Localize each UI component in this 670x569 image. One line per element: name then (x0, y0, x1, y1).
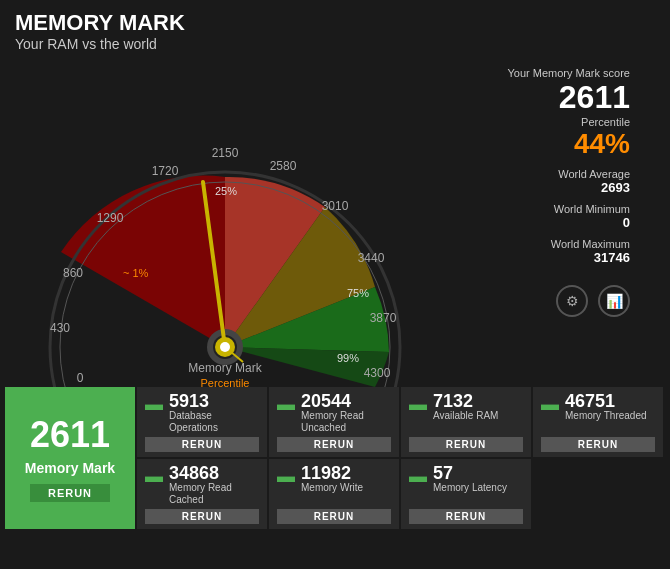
tile-label-6: Memory Latency (433, 482, 507, 494)
svg-text:1290: 1290 (97, 211, 124, 225)
page-subtitle: Your RAM vs the world (15, 36, 655, 52)
svg-text:Memory Mark: Memory Mark (188, 361, 262, 375)
tile-score-3: 46751 (565, 392, 647, 410)
tile-small-3: ▬ 46751 Memory Threaded RERUN (533, 387, 663, 457)
tile-icon-2: ▬ (409, 394, 427, 415)
tile-icon-0: ▬ (145, 394, 163, 415)
svg-point-7 (220, 342, 230, 352)
svg-text:3870: 3870 (370, 311, 397, 325)
svg-text:3440: 3440 (358, 251, 385, 265)
tile-small-6: ▬ 57 Memory Latency RERUN (401, 459, 531, 529)
tile-label-0: Database Operations (169, 410, 259, 434)
svg-text:~ 1%: ~ 1% (123, 267, 149, 279)
svg-text:1720: 1720 (152, 164, 179, 178)
world-min-label: World Minimum (460, 203, 630, 215)
tile-rerun-button-2[interactable]: RERUN (409, 437, 523, 452)
main-content: 0 430 860 1290 1720 2150 2580 3010 3440 … (0, 57, 670, 387)
main-score-label: Memory Mark (25, 460, 115, 476)
tile-score-4: 34868 (169, 464, 259, 482)
bottom-tiles: 2611 Memory Mark RERUN ▬ 5913 Database O… (5, 387, 665, 529)
tile-rerun-button-5[interactable]: RERUN (277, 509, 391, 524)
world-min-value: 0 (460, 215, 630, 230)
svg-text:3010: 3010 (322, 199, 349, 213)
tile-rerun-button-3[interactable]: RERUN (541, 437, 655, 452)
tile-small-2: ▬ 7132 Available RAM RERUN (401, 387, 531, 457)
graph-icon[interactable]: 📊 (598, 285, 630, 317)
main-rerun-button[interactable]: RERUN (30, 484, 110, 502)
tiles-grid: ▬ 5913 Database Operations RERUN ▬ 20544… (137, 387, 663, 529)
score-value: 2611 (460, 79, 630, 116)
svg-text:2150: 2150 (212, 146, 239, 160)
tile-small-5: ▬ 11982 Memory Write RERUN (269, 459, 399, 529)
tile-icon-4: ▬ (145, 466, 163, 487)
tile-rerun-button-4[interactable]: RERUN (145, 509, 259, 524)
svg-text:25%: 25% (215, 185, 237, 197)
tile-rerun-button-1[interactable]: RERUN (277, 437, 391, 452)
tile-score-0: 5913 (169, 392, 259, 410)
tile-score-5: 11982 (301, 464, 363, 482)
world-max-value: 31746 (460, 250, 630, 265)
tile-label-4: Memory Read Cached (169, 482, 259, 506)
tile-label-5: Memory Write (301, 482, 363, 494)
tile-label-2: Available RAM (433, 410, 498, 422)
tile-score-1: 20544 (301, 392, 391, 410)
tile-small-4: ▬ 34868 Memory Read Cached RERUN (137, 459, 267, 529)
tile-main-score: 2611 Memory Mark RERUN (5, 387, 135, 529)
tile-icon-3: ▬ (541, 394, 559, 415)
svg-text:75%: 75% (347, 287, 369, 299)
percentile-label: Percentile (460, 116, 630, 128)
main-score-value: 2611 (30, 414, 110, 456)
svg-text:2580: 2580 (270, 159, 297, 173)
svg-text:Percentile: Percentile (201, 377, 250, 387)
tile-icon-5: ▬ (277, 466, 295, 487)
page-header: MEMORY MARK Your RAM vs the world (0, 0, 670, 57)
tile-score-2: 7132 (433, 392, 498, 410)
svg-text:99%: 99% (337, 352, 359, 364)
world-max-label: World Maximum (460, 238, 630, 250)
tile-small-0: ▬ 5913 Database Operations RERUN (137, 387, 267, 457)
world-average-label: World Average (460, 168, 630, 180)
tile-rerun-button-6[interactable]: RERUN (409, 509, 523, 524)
tile-score-6: 57 (433, 464, 507, 482)
svg-text:860: 860 (63, 266, 83, 280)
tile-icon-6: ▬ (409, 466, 427, 487)
tile-small-1: ▬ 20544 Memory Read Uncached RERUN (269, 387, 399, 457)
world-average-value: 2693 (460, 180, 630, 195)
tile-rerun-button-0[interactable]: RERUN (145, 437, 259, 452)
svg-text:4300: 4300 (364, 366, 391, 380)
percentile-value: 44% (460, 128, 630, 160)
gauge-svg: 0 430 860 1290 1720 2150 2580 3010 3440 … (5, 57, 445, 387)
icons-row: ⚙ 📊 (460, 285, 630, 317)
svg-text:430: 430 (50, 321, 70, 335)
tile-label-3: Memory Threaded (565, 410, 647, 422)
tile-icon-1: ▬ (277, 394, 295, 415)
tile-label-1: Memory Read Uncached (301, 410, 391, 434)
score-label: Your Memory Mark score (460, 67, 630, 79)
page-title: MEMORY MARK (15, 10, 655, 36)
gauge-area: 0 430 860 1290 1720 2150 2580 3010 3440 … (5, 57, 445, 387)
chart-icon[interactable]: ⚙ (556, 285, 588, 317)
right-panel: Your Memory Mark score 2611 Percentile 4… (445, 57, 645, 387)
svg-text:0: 0 (77, 371, 84, 385)
